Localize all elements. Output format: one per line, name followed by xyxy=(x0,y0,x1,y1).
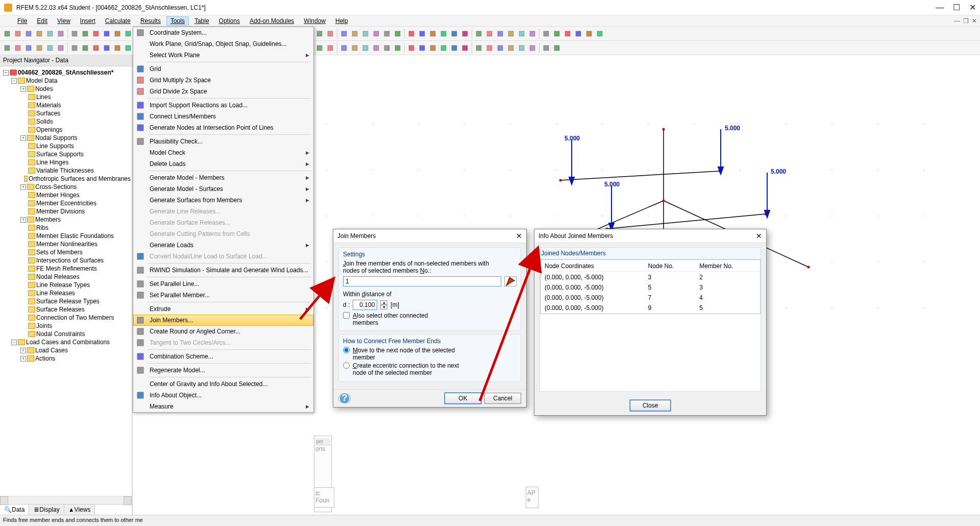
mdi-minimize[interactable]: — xyxy=(954,17,960,25)
toolbar-button[interactable] xyxy=(2,43,12,53)
tree-item[interactable]: Joints xyxy=(2,322,132,330)
menu-help[interactable]: Help xyxy=(331,16,352,26)
tree-item[interactable]: Surface Releases xyxy=(2,305,132,314)
toolbar-button[interactable] xyxy=(495,29,505,39)
toolbar-button[interactable] xyxy=(541,29,551,39)
menu-insert[interactable]: Insert xyxy=(76,16,100,26)
toolbar-button[interactable] xyxy=(517,29,527,39)
move-radio[interactable] xyxy=(343,347,350,353)
dropdown-item[interactable]: Generate Model - Surfaces▶ xyxy=(133,183,313,195)
dropdown-item[interactable]: Generate Nodes at Intersection Point of … xyxy=(133,122,313,133)
toolbar-button[interactable] xyxy=(406,29,416,39)
member-no-input[interactable] xyxy=(343,276,501,286)
dropdown-item[interactable]: Generate Loads▶ xyxy=(133,240,313,251)
info-dialog-close-icon[interactable]: ✕ xyxy=(756,232,762,240)
tree-item[interactable]: Ribs xyxy=(2,224,132,232)
tree-item[interactable]: Materials xyxy=(2,101,132,109)
menu-addons[interactable]: Add-on Modules xyxy=(246,16,298,26)
eccentric-radio[interactable] xyxy=(343,362,350,369)
toolbar-button[interactable] xyxy=(360,43,371,53)
dropdown-item[interactable]: RWIND Simulation - Simulate and Generate… xyxy=(133,265,313,276)
dropdown-item[interactable]: Model Check▶ xyxy=(133,147,313,158)
distance-input[interactable] xyxy=(353,300,377,310)
dropdown-item[interactable]: Join Members... xyxy=(133,315,313,326)
nav-tab-views[interactable]: ▲Views xyxy=(64,505,95,515)
help-icon[interactable]: ? xyxy=(338,393,351,403)
toolbar-button[interactable] xyxy=(417,29,427,39)
toolbar-button[interactable] xyxy=(102,29,112,39)
toolbar-button[interactable] xyxy=(428,29,438,39)
tree-item[interactable]: Line Releases xyxy=(2,289,132,297)
maximize-button[interactable]: ☐ xyxy=(953,4,960,12)
dropdown-item[interactable]: Delete Loads▶ xyxy=(133,158,313,170)
toolbar-button[interactable] xyxy=(45,43,55,53)
toolbar-button[interactable] xyxy=(573,29,583,39)
toolbar-button[interactable] xyxy=(80,43,90,53)
tree-item[interactable]: + Members xyxy=(2,216,132,224)
toolbar-button[interactable] xyxy=(339,43,349,53)
tree-item[interactable]: Surface Release Types xyxy=(2,297,132,305)
toolbar-button[interactable] xyxy=(527,43,537,53)
toolbar-button[interactable] xyxy=(314,43,325,53)
join-dialog-close-icon[interactable]: ✕ xyxy=(516,232,522,240)
toolbar-button[interactable] xyxy=(474,29,484,39)
tree-item[interactable]: Solids xyxy=(2,117,132,126)
toolbar-button[interactable] xyxy=(69,43,80,53)
toolbar-button[interactable] xyxy=(23,29,34,39)
toolbar-button[interactable] xyxy=(449,43,459,53)
pick-member-icon[interactable] xyxy=(504,276,517,286)
dropdown-item[interactable]: Measure▶ xyxy=(133,401,313,412)
toolbar-button[interactable] xyxy=(371,43,381,53)
toolbar-button[interactable] xyxy=(541,43,551,53)
menu-window[interactable]: Window xyxy=(300,16,330,26)
toolbar-button[interactable] xyxy=(56,29,66,39)
dropdown-item[interactable]: Create Round or Angled Corner... xyxy=(133,326,313,337)
toolbar-button[interactable] xyxy=(506,43,516,53)
minimize-button[interactable]: — xyxy=(936,4,944,12)
dropdown-item[interactable]: Generate Model - Members▶ xyxy=(133,172,313,183)
toolbar-button[interactable] xyxy=(595,29,605,39)
toolbar-button[interactable] xyxy=(460,29,470,39)
also-select-checkbox[interactable] xyxy=(343,312,350,319)
toolbar-button[interactable] xyxy=(2,29,12,39)
tree-item[interactable]: Openings xyxy=(2,126,132,134)
dropdown-item[interactable]: Combination Scheme... xyxy=(133,351,313,362)
toolbar-button[interactable] xyxy=(112,29,122,39)
dropdown-item[interactable]: Work Plane, Grid/Snap, Object Snap, Guid… xyxy=(133,38,313,50)
toolbar-button[interactable] xyxy=(495,43,505,53)
menu-tools[interactable]: Tools xyxy=(166,16,189,26)
toolbar-button[interactable] xyxy=(484,29,495,39)
toolbar-button[interactable] xyxy=(45,29,55,39)
tree-item[interactable]: Line Hinges xyxy=(2,158,132,166)
toolbar-button[interactable] xyxy=(371,29,381,39)
toolbar-button[interactable] xyxy=(474,43,484,53)
navigator-hscroll[interactable] xyxy=(0,496,132,504)
toolbar-button[interactable] xyxy=(102,43,112,53)
toolbar-button[interactable] xyxy=(406,43,416,53)
toolbar-button[interactable] xyxy=(112,43,122,53)
toolbar-button[interactable] xyxy=(393,43,403,53)
tree-item[interactable]: FE Mesh Refinements xyxy=(2,265,132,273)
dropdown-item[interactable]: Info About Object... xyxy=(133,390,313,401)
tree-item[interactable]: + Nodes xyxy=(2,85,132,93)
toolbar-button[interactable] xyxy=(562,29,573,39)
toolbar-button[interactable] xyxy=(325,43,335,53)
tree-item[interactable]: Orthotropic Surfaces and Membranes xyxy=(2,175,132,183)
toolbar-button[interactable] xyxy=(69,29,80,39)
menu-table[interactable]: Table xyxy=(190,16,213,26)
distance-spin-down[interactable]: ▼ xyxy=(380,305,387,309)
tree-item[interactable]: Surfaces xyxy=(2,109,132,117)
menu-view[interactable]: View xyxy=(53,16,75,26)
toolbar-button[interactable] xyxy=(13,43,23,53)
dropdown-item[interactable]: Extrude▶ xyxy=(133,303,313,315)
toolbar-button[interactable] xyxy=(417,43,427,53)
distance-spin-up[interactable]: ▲ xyxy=(380,300,387,305)
toolbar-button[interactable] xyxy=(438,29,449,39)
close-button[interactable]: ✕ xyxy=(969,4,976,12)
toolbar-button[interactable] xyxy=(123,29,133,39)
toolbar-button[interactable] xyxy=(350,43,360,53)
tree-item[interactable]: + Cross-Sections xyxy=(2,183,132,191)
tree-item[interactable]: Lines xyxy=(2,93,132,101)
dropdown-item[interactable]: Regenerate Model... xyxy=(133,365,313,376)
toolbar-button[interactable] xyxy=(584,29,594,39)
